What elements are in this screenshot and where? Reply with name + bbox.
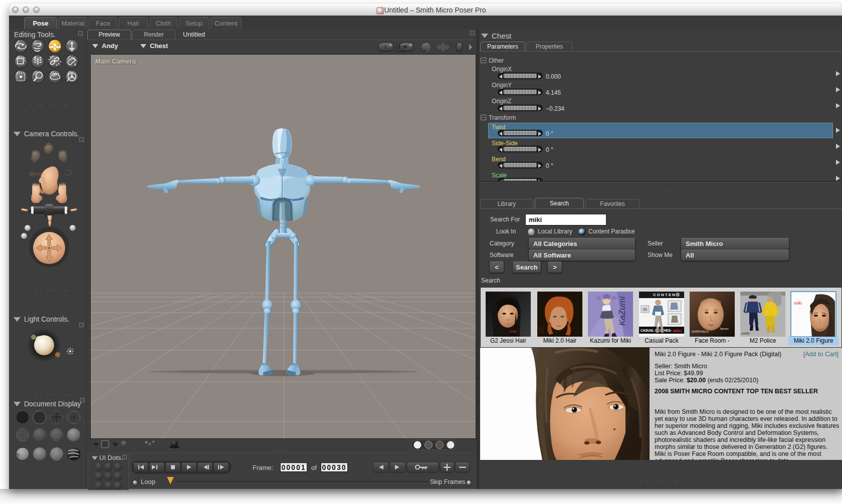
svg-text:James: James <box>720 327 729 330</box>
svg-text:CONTENT: CONTENT <box>653 293 680 297</box>
svg-text:KaZumi: KaZumi <box>617 296 627 326</box>
svg-text:CASUAL CLOTHES: CASUAL CLOTHES <box>641 329 671 332</box>
svg-text:for: for <box>669 329 672 332</box>
svg-text:smithmicro: smithmicro <box>692 330 709 333</box>
svg-text:miki: miki <box>794 301 802 306</box>
svg-text:smith: smith <box>741 332 750 335</box>
svg-text:miki: miki <box>510 329 517 334</box>
svg-text:MIKI: MIKI <box>673 329 682 333</box>
